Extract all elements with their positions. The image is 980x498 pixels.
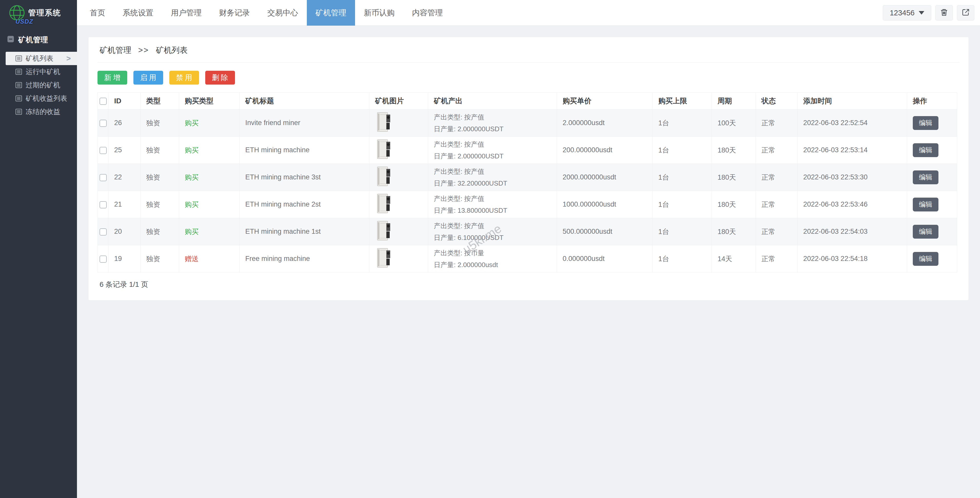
edit-button[interactable]: 编辑	[913, 198, 939, 211]
top-nav-item[interactable]: 内容管理	[403, 0, 452, 25]
cell-title: ETH mining machine	[240, 136, 369, 164]
cell-period: 14天	[712, 245, 756, 273]
row-checkbox[interactable]	[100, 147, 107, 154]
column-header: 矿机产出	[428, 92, 557, 109]
cell-title: ETH mining machine 1st	[240, 218, 369, 245]
sidebar-item[interactable]: 冻结的收益 >	[0, 105, 77, 118]
cell-output: 产出类型: 按币量 日产量: 2.000000usdt	[428, 245, 557, 273]
table-row: 25 独资 购买 ETH mining machine 产出类型: 按产值 日产…	[98, 136, 957, 164]
sidebar-item[interactable]: 矿机列表 >	[6, 52, 77, 65]
column-header: 类型	[141, 92, 179, 109]
top-nav-item-label: 系统设置	[123, 8, 153, 17]
user-dropdown[interactable]: 123456	[883, 5, 931, 21]
cell-title: Free mining machine	[240, 245, 369, 273]
cell-buy-type: 购买	[179, 164, 240, 191]
cell-limit: 1台	[653, 109, 712, 136]
app-logo: USDZ 管理系统	[0, 0, 77, 25]
edit-button[interactable]: 编辑	[913, 170, 939, 184]
column-header: 购买类型	[179, 92, 240, 109]
top-nav-item[interactable]: 交易中心	[259, 0, 307, 25]
table-row: 26 独资 购买 Invite friend miner 产出类型: 按产值 日…	[98, 109, 957, 136]
cell-period: 180天	[712, 164, 756, 191]
edit-button[interactable]: 编辑	[913, 143, 939, 157]
output-type-line: 产出类型: 按产值	[434, 220, 557, 232]
top-nav-item-label: 内容管理	[412, 8, 443, 17]
cell-id: 20	[108, 218, 141, 245]
column-header: 购买上限	[653, 92, 712, 109]
globe-icon: USDZ	[9, 5, 25, 21]
cell-status: 正常	[756, 218, 798, 245]
trash-button[interactable]	[935, 5, 953, 21]
edit-button[interactable]: 编辑	[913, 116, 939, 130]
cell-id: 25	[108, 136, 141, 164]
table-row: 22 独资 购买 ETH mining machine 3st 产出类型: 按产…	[98, 164, 957, 191]
column-header: 矿机图片	[369, 92, 428, 109]
sidebar-item[interactable]: 矿机收益列表 >	[0, 92, 77, 105]
top-nav-item[interactable]: 首页	[81, 0, 114, 25]
cell-id: 19	[108, 245, 141, 273]
sidebar-item-label: 冻结的收益	[25, 107, 60, 116]
cell-type: 独资	[141, 136, 179, 164]
topbar: USDZ 管理系统 首页系统设置用户管理财务记录交易中心矿机管理新币认购内容管理…	[0, 0, 980, 25]
row-checkbox[interactable]	[100, 201, 107, 208]
daily-output-line: 日产量: 6.100000USDT	[434, 232, 557, 244]
toolbar-button[interactable]: 新增	[97, 71, 127, 84]
logout-button[interactable]	[957, 5, 974, 21]
daily-output-line: 日产量: 2.000000USDT	[434, 123, 557, 135]
trash-icon	[940, 8, 948, 18]
select-all-checkbox[interactable]	[100, 98, 107, 105]
list-icon	[15, 82, 22, 89]
cell-image	[369, 245, 428, 273]
cell-title: ETH mining machine 3st	[240, 164, 369, 191]
miner-image	[375, 127, 392, 135]
sidebar-item-label: 矿机收益列表	[25, 94, 67, 103]
toolbar: 新增启用禁用删除	[97, 63, 959, 92]
list-icon	[15, 68, 22, 75]
list-icon	[15, 108, 22, 115]
toolbar-button[interactable]: 禁用	[169, 71, 199, 84]
sidebar-item[interactable]: 过期的矿机 >	[0, 78, 77, 92]
cell-title: ETH mining machine 2st	[240, 191, 369, 218]
cell-buy-type: 购买	[179, 136, 240, 164]
daily-output-line: 日产量: 2.000000usdt	[434, 259, 557, 271]
cell-period: 180天	[712, 191, 756, 218]
cell-status: 正常	[756, 191, 798, 218]
edit-button[interactable]: 编辑	[913, 252, 939, 266]
cell-output: 产出类型: 按产值 日产量: 2.000000USDT	[428, 136, 557, 164]
cell-price: 2000.000000usdt	[557, 164, 653, 191]
cell-type: 独资	[141, 164, 179, 191]
top-nav-item[interactable]: 财务记录	[210, 0, 259, 25]
chevron-right-icon: >	[66, 54, 71, 63]
table-row: 21 独资 购买 ETH mining machine 2st 产出类型: 按产…	[98, 191, 957, 218]
top-nav-item-label: 矿机管理	[315, 8, 346, 17]
top-nav-item[interactable]: 新币认购	[355, 0, 403, 25]
row-checkbox[interactable]	[100, 255, 107, 263]
top-nav-item[interactable]: 系统设置	[114, 0, 162, 25]
toolbar-button[interactable]: 删除	[205, 71, 235, 84]
cell-type: 独资	[141, 191, 179, 218]
row-checkbox[interactable]	[100, 174, 107, 181]
sidebar-group-header[interactable]: 矿机管理	[0, 25, 77, 52]
cell-status: 正常	[756, 245, 798, 273]
cell-price: 1000.000000usdt	[557, 191, 653, 218]
cell-price: 0.000000usdt	[557, 245, 653, 273]
top-nav-item[interactable]: 矿机管理	[307, 0, 355, 25]
cell-period: 180天	[712, 136, 756, 164]
cell-id: 26	[108, 109, 141, 136]
edit-button[interactable]: 编辑	[913, 225, 939, 239]
row-checkbox[interactable]	[100, 120, 107, 127]
toolbar-button[interactable]: 启用	[134, 71, 163, 84]
top-nav-item[interactable]: 用户管理	[162, 0, 210, 25]
list-icon	[15, 55, 22, 62]
cell-added-time: 2022-06-03 22:54:18	[798, 245, 907, 273]
sidebar-item-label: 过期的矿机	[25, 81, 60, 90]
sidebar-item[interactable]: 运行中矿机 >	[0, 65, 77, 78]
cell-limit: 1台	[653, 218, 712, 245]
topbar-actions: 123456	[883, 5, 974, 21]
cell-period: 100天	[712, 109, 756, 136]
cell-price: 500.000000usdt	[557, 218, 653, 245]
breadcrumb-separator: >>	[138, 46, 149, 55]
row-checkbox[interactable]	[100, 228, 107, 236]
sidebar-item-label: 矿机列表	[25, 54, 53, 63]
sidebar-group-label: 矿机管理	[18, 35, 48, 45]
